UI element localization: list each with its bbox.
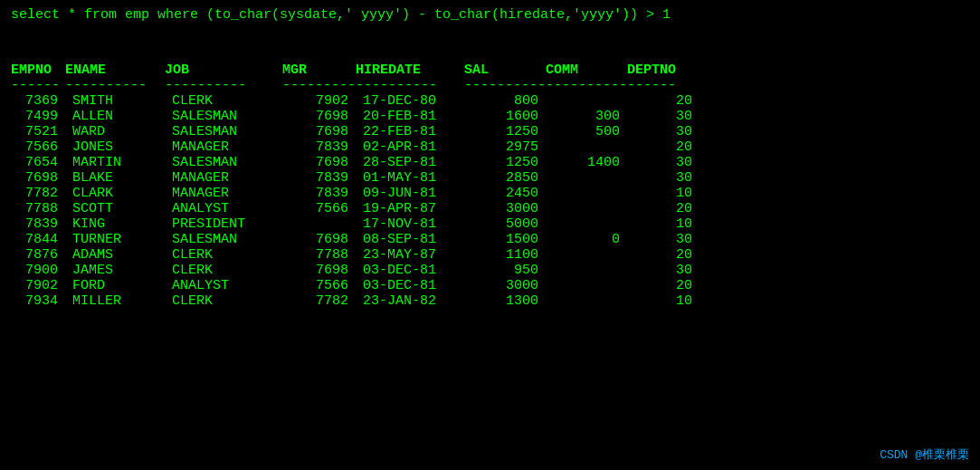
cell-comm: 500 — [546, 124, 627, 139]
cell-ename: WARD — [65, 124, 165, 139]
cell-job: MANAGER — [165, 186, 282, 201]
cell-hiredate: 28-SEP-81 — [356, 155, 464, 170]
cell-mgr: 7839 — [282, 186, 356, 201]
table-row: 7788SCOTTANALYST756619-APR-87300020 — [11, 201, 699, 216]
div-ename: ---------- — [65, 78, 165, 93]
sql-query-line: select * from emp where (to_char(sysdate… — [11, 7, 969, 23]
cell-ename: ALLEN — [65, 109, 165, 124]
cell-hiredate: 17-DEC-80 — [356, 93, 464, 109]
div-hiredate: ---------- — [356, 78, 464, 93]
cell-comm — [546, 186, 627, 201]
cell-deptno: 20 — [627, 139, 699, 155]
cell-comm: 300 — [546, 109, 627, 124]
header-hiredate: HIREDATE — [356, 62, 464, 78]
cell-empno: 7844 — [11, 232, 65, 247]
cell-sal: 3000 — [464, 201, 546, 216]
cell-sal: 2975 — [464, 139, 546, 155]
cell-empno: 7499 — [11, 109, 65, 124]
cell-mgr: 7839 — [282, 139, 356, 155]
header-comm: COMM — [546, 62, 627, 78]
cell-hiredate: 08-SEP-81 — [356, 232, 464, 247]
table-container: EMPNO ENAME JOB MGR HIREDATE SAL COMM DE… — [11, 32, 969, 324]
table-row: 7698BLAKEMANAGER783901-MAY-81285030 — [11, 170, 699, 186]
cell-hiredate: 09-JUN-81 — [356, 186, 464, 201]
cell-comm — [546, 247, 627, 263]
cell-hiredate: 23-JAN-82 — [356, 293, 464, 309]
cell-empno: 7900 — [11, 263, 65, 278]
cell-deptno: 10 — [627, 216, 699, 232]
cell-ename: CLARK — [65, 186, 165, 201]
cell-comm — [546, 278, 627, 293]
div-job: ---------- — [165, 78, 282, 93]
table-row: 7499ALLENSALESMAN769820-FEB-81160030030 — [11, 109, 699, 124]
cell-ename: JONES — [65, 139, 165, 155]
cell-sal: 1300 — [464, 293, 546, 309]
cell-mgr: 7698 — [282, 155, 356, 170]
div-comm: ---------- — [546, 78, 627, 93]
header-job: JOB — [165, 62, 282, 78]
cell-empno: 7788 — [11, 201, 65, 216]
div-deptno: ------ — [627, 78, 699, 93]
cell-mgr: 7698 — [282, 109, 356, 124]
cell-ename: ADAMS — [65, 247, 165, 263]
table-row: 7521WARDSALESMAN769822-FEB-81125050030 — [11, 124, 699, 139]
cell-hiredate: 02-APR-81 — [356, 139, 464, 155]
cell-deptno: 30 — [627, 124, 699, 139]
cell-deptno: 10 — [627, 186, 699, 201]
table-row: 7900JAMESCLERK769803-DEC-8195030 — [11, 263, 699, 278]
table-row: 7566JONESMANAGER783902-APR-81297520 — [11, 139, 699, 155]
cell-ename: KING — [65, 216, 165, 232]
cell-sal: 1500 — [464, 232, 546, 247]
cell-job: SALESMAN — [165, 155, 282, 170]
cell-job: MANAGER — [165, 170, 282, 186]
cell-deptno: 30 — [627, 155, 699, 170]
cell-mgr: 7566 — [282, 201, 356, 216]
cell-comm: 0 — [546, 232, 627, 247]
cell-job: CLERK — [165, 93, 282, 109]
cell-mgr: 7788 — [282, 247, 356, 263]
table-header-row: EMPNO ENAME JOB MGR HIREDATE SAL COMM DE… — [11, 62, 699, 78]
cell-empno: 7369 — [11, 93, 65, 109]
cell-sal: 1100 — [464, 247, 546, 263]
cell-empno: 7839 — [11, 216, 65, 232]
cell-comm — [546, 216, 627, 232]
cell-ename: SCOTT — [65, 201, 165, 216]
cell-hiredate: 19-APR-87 — [356, 201, 464, 216]
cell-job: CLERK — [165, 263, 282, 278]
cell-empno: 7566 — [11, 139, 65, 155]
div-sal: ---------- — [464, 78, 546, 93]
cell-job: SALESMAN — [165, 232, 282, 247]
cell-mgr: 7902 — [282, 93, 356, 109]
cell-comm — [546, 293, 627, 309]
cell-empno: 7902 — [11, 278, 65, 293]
cell-ename: BLAKE — [65, 170, 165, 186]
cell-hiredate: 03-DEC-81 — [356, 263, 464, 278]
cell-deptno: 20 — [627, 93, 699, 109]
cell-hiredate: 23-MAY-87 — [356, 247, 464, 263]
table-row: 7876ADAMSCLERK778823-MAY-87110020 — [11, 247, 699, 263]
cell-mgr — [282, 216, 356, 232]
cell-ename: SMITH — [65, 93, 165, 109]
cell-deptno: 30 — [627, 263, 699, 278]
cell-comm — [546, 263, 627, 278]
watermark: CSDN @椎栗椎栗 — [880, 446, 969, 463]
cell-sal: 1250 — [464, 155, 546, 170]
cell-comm — [546, 201, 627, 216]
cell-ename: FORD — [65, 278, 165, 293]
cell-mgr: 7698 — [282, 124, 356, 139]
cell-job: PRESIDENT — [165, 216, 282, 232]
cell-mgr: 7566 — [282, 278, 356, 293]
cell-sal: 5000 — [464, 216, 546, 232]
cell-empno: 7698 — [11, 170, 65, 186]
cell-ename: MILLER — [65, 293, 165, 309]
cell-deptno: 20 — [627, 247, 699, 263]
cell-job: SALESMAN — [165, 109, 282, 124]
header-mgr: MGR — [282, 62, 356, 78]
cell-hiredate: 17-NOV-81 — [356, 216, 464, 232]
cell-sal: 950 — [464, 263, 546, 278]
table-row: 7654MARTINSALESMAN769828-SEP-81125014003… — [11, 155, 699, 170]
cell-empno: 7934 — [11, 293, 65, 309]
cell-empno: 7782 — [11, 186, 65, 201]
cell-sal: 2450 — [464, 186, 546, 201]
cell-ename: TURNER — [65, 232, 165, 247]
